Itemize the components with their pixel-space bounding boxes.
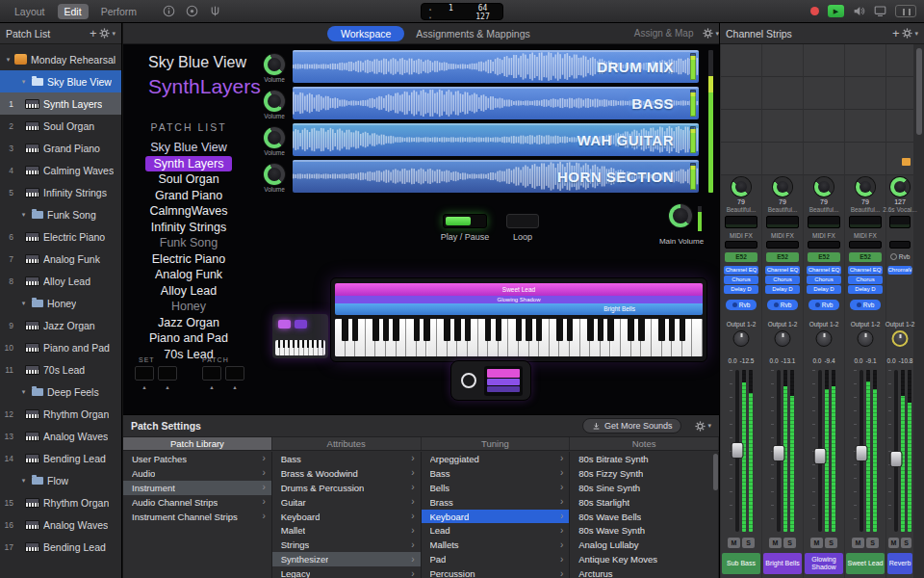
solo-button[interactable]: S: [866, 538, 879, 548]
library-item[interactable]: 80s Wave Bells: [570, 510, 718, 524]
library-item[interactable]: Arcturus: [570, 566, 718, 578]
library-item[interactable]: Legacy›: [272, 566, 421, 578]
window-layout-button[interactable]: [895, 5, 916, 17]
loop-button[interactable]: [506, 214, 539, 228]
library-item[interactable]: Audio›: [123, 466, 271, 481]
disclosure-triangle-icon[interactable]: ▾: [4, 56, 13, 64]
pan-knob[interactable]: [816, 330, 833, 347]
lcd-up-arrow-icon[interactable]: ▴: [425, 5, 435, 13]
sidebar-set-row[interactable]: ▾Deep Feels: [0, 381, 121, 403]
tab-notes[interactable]: Notes: [570, 437, 719, 450]
mute-button[interactable]: M: [769, 538, 782, 548]
insert-slot[interactable]: Delay D: [765, 285, 800, 294]
volume-knob[interactable]: [264, 127, 285, 148]
sidebar-patch-row[interactable]: 1170s Lead: [0, 358, 121, 381]
sidebar-patch-row[interactable]: 1Synth Layers: [0, 92, 121, 115]
fader-cap[interactable]: [773, 445, 785, 461]
layer-strip-bright-bells[interactable]: Bright Bells: [335, 303, 703, 315]
gear-icon[interactable]: [703, 28, 713, 39]
library-item[interactable]: Guitar›: [272, 495, 421, 510]
mute-button[interactable]: M: [728, 538, 740, 548]
patch-selector-display[interactable]: [225, 366, 244, 381]
sidebar-patch-row[interactable]: 13Analog Waves: [0, 425, 121, 447]
black-key[interactable]: [526, 319, 531, 341]
set-selector-display[interactable]: [135, 366, 154, 381]
drum-pad[interactable]: [295, 320, 307, 328]
library-item[interactable]: Synthesizer›: [272, 552, 421, 566]
black-key[interactable]: [556, 319, 562, 341]
black-key[interactable]: [628, 319, 633, 341]
eq-thumbnail[interactable]: [889, 216, 911, 228]
sidebar-patch-row[interactable]: 6Electric Piano: [0, 225, 121, 248]
library-item[interactable]: Keyboard›: [272, 510, 421, 524]
expression-knob[interactable]: [814, 177, 834, 197]
solo-button[interactable]: S: [742, 538, 755, 548]
black-key[interactable]: [587, 319, 593, 341]
eq-thumbnail[interactable]: [766, 216, 799, 228]
insert-slot[interactable]: Chorus: [724, 276, 758, 284]
library-item[interactable]: Instrument›: [123, 481, 271, 495]
workspace-patch-item[interactable]: Soul Organ: [158, 171, 218, 188]
expression-knob[interactable]: [856, 177, 875, 197]
library-scrollbar[interactable]: [713, 454, 718, 490]
solo-button[interactable]: S: [825, 538, 837, 548]
solo-button[interactable]: S: [783, 538, 796, 548]
sidebar-patch-row[interactable]: 14Bending Lead: [0, 447, 121, 469]
library-item[interactable]: Strings›: [272, 538, 421, 552]
record-button[interactable]: [810, 7, 819, 15]
workspace-patch-item[interactable]: Jazz Organ: [158, 315, 219, 331]
increment-arrow-icon[interactable]: ▲: [135, 384, 154, 390]
increment-arrow-icon[interactable]: ▲: [225, 384, 244, 390]
sidebar-patch-row[interactable]: 8Alloy Lead: [0, 270, 121, 292]
send-slot[interactable]: Rvb: [726, 300, 757, 310]
sidebar-patch-row[interactable]: 4Calming Waves: [0, 159, 121, 181]
tab-patch-library[interactable]: Patch Library: [123, 437, 272, 450]
eq-thumbnail[interactable]: [849, 216, 882, 228]
black-key[interactable]: [383, 319, 389, 341]
sidebar-patch-row[interactable]: 2Soul Organ: [0, 115, 121, 137]
expression-knob[interactable]: [732, 177, 751, 197]
strip-name[interactable]: Sub Bass: [722, 553, 760, 574]
black-key[interactable]: [658, 319, 664, 341]
library-item[interactable]: Lead›: [422, 523, 570, 538]
disclosure-triangle-icon[interactable]: ▾: [19, 477, 28, 485]
audio-fx-slot[interactable]: E52: [808, 252, 840, 262]
sidebar-patch-row[interactable]: 9Jazz Organ: [0, 314, 121, 336]
workspace-patch-item[interactable]: Sky Blue View: [150, 140, 227, 156]
mode-edit-button[interactable]: Edit: [58, 4, 89, 19]
volume-knob[interactable]: [264, 164, 285, 185]
mute-button[interactable]: M: [888, 538, 899, 548]
black-key[interactable]: [680, 319, 685, 341]
audio-fx-slot[interactable]: Rvb: [888, 252, 911, 262]
library-item[interactable]: Pad›: [422, 552, 570, 566]
midi-fx-slot[interactable]: [849, 241, 882, 249]
strip-name[interactable]: Reverb: [887, 553, 912, 574]
insert-slot[interactable]: Chorus: [807, 276, 841, 284]
display-icon[interactable]: [874, 5, 886, 17]
fader-cap[interactable]: [732, 442, 744, 459]
sidebar-set-row[interactable]: ▾Sky Blue View: [0, 70, 121, 92]
workspace-patch-item[interactable]: CalmngWaves: [150, 203, 228, 220]
solo-button[interactable]: S: [901, 538, 911, 548]
library-item[interactable]: 80s Sine Synth: [570, 481, 718, 495]
workspace-patch-item[interactable]: Piano and Pad: [149, 330, 228, 347]
eq-thumbnail[interactable]: [808, 216, 840, 228]
strip-name[interactable]: Bright Bells: [763, 553, 802, 574]
send-slot[interactable]: Rvb: [767, 300, 798, 310]
increment-arrow-icon[interactable]: ▲: [158, 384, 177, 390]
midi-fx-slot[interactable]: [725, 241, 757, 249]
fader-cap[interactable]: [890, 451, 903, 467]
sidebar-patch-row[interactable]: 15Rhythm Organ: [0, 491, 121, 513]
library-item[interactable]: Bass›: [422, 466, 570, 481]
eq-thumbnail[interactable]: [725, 216, 757, 228]
gear-icon[interactable]: [99, 28, 110, 39]
speaker-icon[interactable]: [853, 5, 865, 17]
mute-button[interactable]: M: [852, 538, 864, 548]
insert-slot[interactable]: Channel EQ: [765, 266, 800, 275]
library-item[interactable]: Keyboard›: [422, 510, 570, 524]
lcd-display[interactable]: ▴ 1 64 ▾ 127: [421, 3, 503, 20]
library-item[interactable]: Audio Channel Strips›: [123, 495, 271, 510]
library-item[interactable]: Brass›: [422, 495, 570, 510]
volume-knob[interactable]: [264, 54, 285, 75]
black-key[interactable]: [424, 319, 429, 341]
